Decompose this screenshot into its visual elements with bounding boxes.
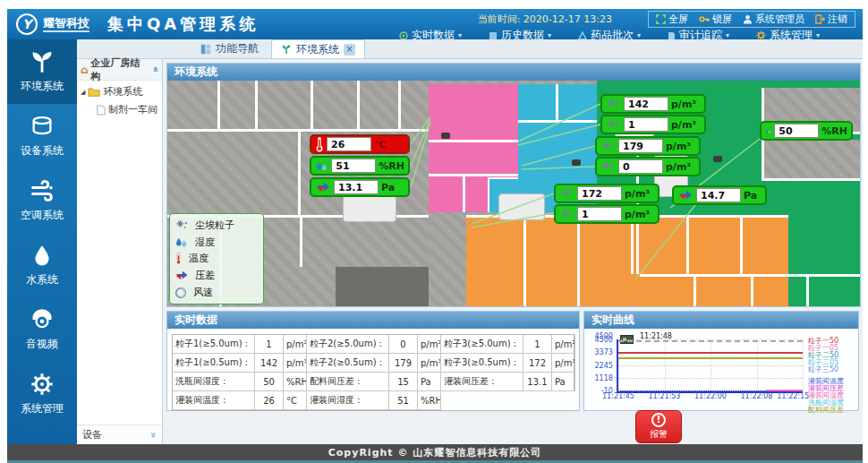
realtime-table: 粒子1(≥5.0um)：1p/m²粒子2(≥5.0um)：0p/m²粒子3(≥5… — [172, 334, 574, 411]
particle-icon — [174, 219, 189, 231]
sensor-badge-humidity[interactable]: 51 %RH — [310, 156, 410, 176]
plant-icon — [30, 49, 55, 74]
close-icon[interactable]: × — [344, 44, 355, 56]
page-title: 集中QA管理系统 — [107, 13, 259, 35]
floor-plan[interactable]: 26 ℃ 51 %RH 13.1 Pa — [167, 81, 860, 306]
tab-function-nav[interactable]: 功能导航 — [191, 39, 268, 58]
sensor-badge-particle[interactable]: 1 p/m³ — [554, 204, 660, 224]
sensor-badge-particle[interactable]: 179 p/m³ — [595, 136, 701, 156]
y-tick-label: 3373 — [594, 348, 612, 356]
sensor-badge-pressure[interactable]: 14.7 Pa — [672, 185, 767, 205]
sidebar-item-label: 音视频 — [26, 337, 58, 352]
gear-icon — [30, 372, 55, 397]
camera-dot-icon — [441, 133, 450, 139]
sensor-badge-humidity[interactable]: 50 %RH — [760, 121, 853, 141]
sidebar-item-equipment-system[interactable]: 设备系统 — [7, 104, 77, 168]
sensor-value: 172 — [577, 186, 622, 201]
table-cell-value: 0 — [389, 335, 418, 354]
tree-header[interactable]: ⌂ 企业厂房结构 » — [77, 59, 162, 81]
lock-screen-button[interactable]: 锁屏 — [699, 13, 732, 26]
pressure-icon — [315, 181, 331, 193]
sidebar-item-label: 环境系统 — [21, 79, 64, 94]
x-tick-label: 11:21:53 — [649, 392, 681, 400]
sensor-badge-temperature[interactable]: 26 ℃ — [310, 134, 410, 154]
collapse-up-icon[interactable]: » — [149, 66, 161, 73]
humidity-icon — [315, 159, 328, 173]
tree-node-label: 制剂一车间 — [108, 103, 157, 116]
sidebar-item-label: 系统管理 — [21, 401, 64, 416]
table-cell-label: 灌装间湿度： — [307, 391, 389, 410]
realtime-data-title: 实时数据 — [167, 312, 579, 329]
file-icon — [97, 105, 106, 116]
chart-series-line — [766, 390, 803, 391]
tree-footer-devices[interactable]: 设备 » — [77, 424, 162, 444]
legend-item-humidity: 湿度 — [174, 236, 259, 249]
map-title: 环境系统 — [167, 64, 860, 81]
legend-label: 风速 — [193, 286, 213, 299]
sensor-badge-particle[interactable]: 172 p/m³ — [554, 184, 660, 203]
table-cell-unit: %RH — [284, 373, 307, 391]
sidebar-item-label: 空调系统 — [21, 208, 64, 223]
sensor-badge-particle[interactable]: 142 p/m³ — [600, 94, 706, 114]
x-tick-label: 11:22:00 — [694, 392, 727, 400]
sensor-badge-particle[interactable]: 1 p/m³ — [600, 115, 706, 134]
legend-item-temperature: 温度 — [174, 252, 259, 265]
chart-plot: 11:21:48 4500 4500337322451118-1011:21:4… — [617, 339, 803, 393]
table-cell-value: 1 — [255, 335, 284, 354]
table-cell-blank — [552, 391, 575, 410]
camera-icon — [30, 307, 55, 332]
table-cell-label: 粒子3(≥0.5um)： — [441, 354, 523, 373]
sidebar-item-hvac-system[interactable]: 空调系统 — [7, 168, 77, 233]
map-legend: 尘埃粒子 湿度 温度 — [169, 213, 264, 304]
map-region-gray-room — [762, 140, 860, 181]
particle-icon — [600, 161, 616, 173]
nav-grid-icon — [200, 44, 211, 55]
chevron-down-icon: ▾ — [458, 31, 462, 39]
alarm-button[interactable]: ! 报警 — [635, 410, 682, 443]
table-cell-unit: p/m³ — [418, 354, 441, 373]
particle-icon — [600, 141, 616, 152]
tab-environment-system[interactable]: 环境系统 × — [271, 39, 365, 58]
particle-icon — [559, 209, 574, 220]
x-tick-label: 11:22:15 — [777, 392, 809, 400]
sensor-value: 51 — [331, 159, 376, 173]
fullscreen-button[interactable]: 全屏 — [656, 13, 688, 26]
sensor-value: 13.1 — [334, 180, 379, 194]
table-cell-value: 172 — [523, 354, 552, 373]
sensor-unit: %RH — [379, 160, 404, 172]
current-user-button[interactable]: 系统管理员 — [743, 13, 804, 26]
chevron-down-icon: ▾ — [726, 31, 729, 39]
sensor-unit: %RH — [821, 125, 847, 137]
sidebar-item-system-management[interactable]: 系统管理 — [7, 362, 77, 426]
legend-item-pressure: 压差 — [174, 269, 259, 282]
sensor-value: 0 — [618, 159, 663, 174]
sensor-value: 179 — [618, 139, 663, 153]
sensor-unit: p/m³ — [625, 188, 650, 200]
logout-button[interactable]: 注销 — [815, 13, 847, 26]
y-tick-label: 2245 — [594, 361, 612, 369]
table-cell-value: 26 — [255, 391, 284, 410]
sidebar-item-water-system[interactable]: 水系统 — [7, 233, 77, 297]
chart[interactable]: 11:21:48 4500 4500337322451118-1011:21:4… — [584, 329, 858, 410]
table-cell-value: 51 — [389, 391, 418, 410]
table-cell-label: 灌装间温度： — [173, 391, 255, 410]
tree-node-environment[interactable]: ◢ 环境系统 — [77, 81, 162, 99]
table-cell-unit: p/m² — [284, 335, 307, 354]
y-tick-label: 1118 — [594, 373, 612, 382]
legend-item-particle: 尘埃粒子 — [174, 219, 259, 232]
tree-node-workshop[interactable]: 制剂一车间 — [77, 99, 162, 116]
table-cell-unit: Pa — [552, 373, 575, 391]
table-cell-value: 179 — [389, 354, 418, 373]
table-cell-label: 粒子1(≥0.5um)： — [173, 354, 255, 373]
table-cell-unit: p/m² — [418, 335, 441, 354]
legend-label: 温度 — [189, 252, 208, 265]
chevron-down-icon: ▾ — [637, 31, 641, 39]
sensor-badge-particle[interactable]: 0 p/m³ — [595, 157, 701, 176]
realtime-data-panel: 实时数据 粒子1(≥5.0um)：1p/m²粒子2(≥5.0um)：0p/m²粒… — [166, 311, 580, 411]
sidebar-item-audio-video[interactable]: 音视频 — [7, 297, 77, 362]
x-tick-label: 11:22:08 — [741, 392, 773, 400]
tree-expander-icon[interactable]: ◢ — [81, 89, 85, 96]
sidebar-item-environment-system[interactable]: 环境系统 — [7, 39, 77, 104]
copyright-text: CopyRight © 山东耀智信息科技有限公司 — [328, 446, 542, 459]
sensor-badge-pressure[interactable]: 13.1 Pa — [310, 177, 410, 197]
